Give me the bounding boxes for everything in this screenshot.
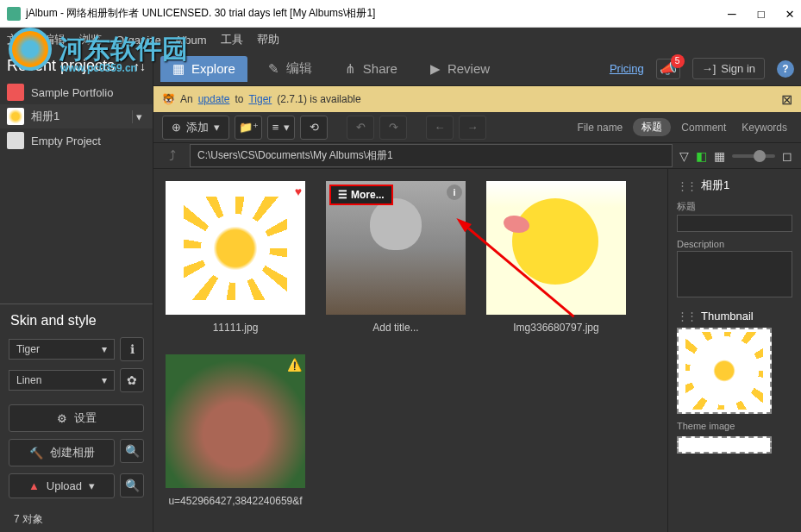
heart-icon[interactable]: ♥ (295, 185, 302, 198)
rotate-icon: ⟲ (310, 121, 319, 134)
squirrel-image (166, 354, 305, 488)
tab-review[interactable]: ▶ Review (418, 56, 502, 82)
preview-button[interactable]: 🔍 (120, 439, 144, 463)
thumb-card[interactable]: Img336680797.jpg (486, 181, 626, 334)
project-dropdown-icon[interactable]: ▾ (132, 110, 146, 123)
sun-icon (685, 332, 763, 410)
menu-edit[interactable]: 编辑 (43, 32, 66, 47)
infobar-close-icon[interactable]: ⊠ (781, 91, 792, 108)
thumb-card[interactable]: ☰ More... i Add title... (326, 181, 466, 334)
menubar: 文件 编辑 浏览 Organize Album 工具 帮助 河东软件园 www.… (0, 28, 801, 52)
tiger-icon: 🐯 (162, 93, 175, 105)
add-button[interactable]: ⊕ 添加 ▾ (162, 116, 229, 140)
thumb-card[interactable]: ♥ 11111.jpg (166, 181, 305, 334)
chevron-down-icon: ▾ (102, 374, 107, 386)
undo-icon: ↶ (356, 121, 366, 134)
status-text: 7 对象 (0, 507, 153, 532)
warning-icon[interactable]: ⚠️ (287, 358, 302, 372)
description-input[interactable] (677, 251, 792, 297)
project-album1[interactable]: 相册1 ▾ (0, 104, 153, 128)
search-button[interactable]: 🔍 (120, 473, 144, 498)
path-input[interactable]: C:\Users\CS\Documents\My Albums\相册1 (190, 144, 673, 167)
person-icon[interactable]: ◻ (782, 149, 792, 163)
title-input[interactable] (677, 215, 792, 232)
redo-icon: ↷ (389, 121, 398, 134)
chevron-down-icon: ▾ (89, 479, 95, 492)
prev-button[interactable]: ← (426, 116, 454, 140)
tab-label: 编辑 (286, 60, 312, 77)
menu-tools[interactable]: 工具 (221, 32, 243, 47)
new-folder-button[interactable]: 📁⁺ (235, 116, 262, 140)
thumbnail-section-label: Thumbnail (677, 310, 792, 322)
help-button[interactable]: ? (777, 60, 794, 78)
zoom-slider[interactable] (732, 154, 775, 158)
col-filename[interactable]: File name (573, 122, 629, 134)
properties-button[interactable]: ≡▾ (267, 116, 295, 140)
menu-help[interactable]: 帮助 (257, 32, 279, 47)
thumb-image[interactable]: ⚠️ (166, 354, 305, 488)
more-button[interactable]: ☰ More... (329, 185, 393, 205)
settings-label: 设置 (74, 410, 97, 426)
tab-explore[interactable]: ▦ Explore (160, 56, 247, 82)
col-keywords[interactable]: Keywords (736, 122, 792, 134)
tab-edit[interactable]: ✎ 编辑 (256, 55, 324, 82)
notifications-button[interactable]: 📣 5 (656, 59, 680, 79)
project-sample-portfolio[interactable]: Sample Portfolio (0, 80, 153, 104)
rotate-button[interactable]: ⟲ (300, 116, 328, 140)
sidebar: Recent projects ↑↓ Sample Portfolio 相册1 … (0, 52, 153, 532)
settings-button[interactable]: ⚙ 设置 (9, 404, 144, 432)
info-icon[interactable]: i (447, 185, 462, 200)
create-album-button[interactable]: 🔨 创建相册 (9, 439, 115, 466)
back-button[interactable]: ⤴ (162, 146, 183, 166)
signin-label: Sign in (721, 62, 755, 75)
up-arrow-icon: ⤴ (169, 148, 176, 164)
project-empty[interactable]: Empty Project (0, 128, 153, 153)
gear-icon: ⚙ (57, 412, 67, 425)
marker-icon[interactable]: ◧ (696, 149, 707, 163)
style-select[interactable]: Linen▾ (9, 370, 115, 391)
project-thumb-icon (7, 84, 24, 101)
desc-field-label: Description (677, 239, 792, 249)
skin-select[interactable]: Tiger▾ (9, 339, 115, 360)
slider-knob[interactable] (754, 150, 766, 162)
upload-button[interactable]: ▲ Upload ▾ (9, 473, 115, 498)
arrow-left-icon: ← (435, 121, 446, 134)
menu-organize[interactable]: Organize (116, 34, 161, 47)
menu-album[interactable]: Album (175, 34, 207, 47)
style-settings-button[interactable]: ✿ (120, 368, 144, 392)
update-infobar: 🐯 An update to Tiger (2.7.1) is availabl… (153, 86, 801, 112)
infobar-to: to (235, 93, 243, 105)
thumbnail-preview[interactable] (677, 328, 772, 414)
redo-button[interactable]: ↷ (379, 116, 407, 140)
undo-button[interactable]: ↶ (347, 116, 374, 140)
skin-info-button[interactable]: ℹ (120, 337, 144, 361)
infobar-prefix: An (180, 93, 193, 105)
thumbnail-grid: ♥ 11111.jpg ☰ More... i Add title... (153, 169, 667, 532)
next-button[interactable]: → (459, 116, 486, 140)
project-thumb-icon (7, 132, 24, 149)
menu-file[interactable]: 文件 (7, 32, 29, 47)
thumb-image[interactable]: ♥ (166, 181, 305, 315)
update-link[interactable]: update (198, 93, 230, 105)
grid-icon[interactable]: ▦ (714, 149, 725, 163)
col-comment[interactable]: Comment (676, 122, 731, 134)
thumb-card[interactable]: ⚠️ u=452966427,3842240659&f (166, 354, 305, 507)
tiger-link[interactable]: Tiger (248, 93, 272, 105)
tab-share[interactable]: ⋔ Share (333, 56, 410, 82)
close-button[interactable]: ✕ (785, 5, 794, 22)
thumb-image[interactable] (486, 181, 626, 315)
minimize-button[interactable]: — (728, 5, 736, 22)
signin-button[interactable]: →] Sign in (692, 58, 765, 79)
maximize-button[interactable]: ☐ (757, 5, 766, 22)
arrow-right-icon: → (467, 121, 479, 134)
menu-browse[interactable]: 浏览 (79, 32, 102, 47)
pricing-link[interactable]: Pricing (610, 62, 644, 75)
thumb-caption[interactable]: Add title... (372, 322, 418, 334)
tab-label: Review (447, 61, 490, 76)
thumb-image[interactable]: ☰ More... i (326, 181, 466, 315)
col-title[interactable]: 标题 (633, 118, 671, 136)
sort-icon[interactable]: ↑↓ (134, 59, 146, 73)
theme-image-preview[interactable] (677, 436, 772, 454)
list-icon: ≡ (272, 121, 279, 134)
filter-icon[interactable]: ▽ (679, 149, 689, 163)
